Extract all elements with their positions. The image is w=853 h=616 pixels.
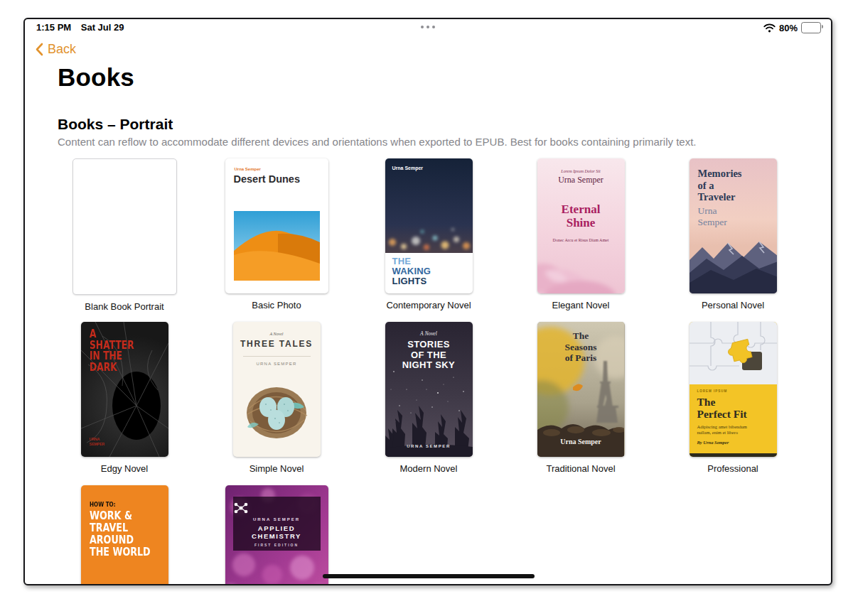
cover-title: Desert Dunes bbox=[234, 173, 300, 185]
cover-author: By Urna Semper bbox=[697, 440, 770, 445]
back-button[interactable]: Back bbox=[35, 42, 76, 57]
cover-author: URNA SEMPER bbox=[385, 444, 473, 448]
cover-footer-bar bbox=[690, 453, 777, 457]
section-title: Books – Portrait bbox=[58, 116, 173, 133]
template-modern-novel[interactable]: A Novel STORIES OF THE NIGHT SKY URNA SE… bbox=[353, 322, 505, 485]
template-simple-novel[interactable]: A Novel THREE TALES URNA SEMPER bbox=[200, 322, 353, 485]
template-label: Blank Book Portrait bbox=[85, 301, 163, 312]
cover-howto-book[interactable]: HOW TO: WORK & TRAVEL AROUND THE WORLD bbox=[81, 485, 168, 585]
cover-professional[interactable]: LOREM IPSUM The Perfect Fit Adipiscing a… bbox=[690, 322, 777, 457]
cover-title: The Perfect Fit bbox=[697, 396, 770, 420]
template-label: Traditional Novel bbox=[546, 463, 615, 474]
battery-icon bbox=[801, 22, 821, 33]
cover-title: Eternal Shine bbox=[537, 202, 625, 229]
cover-title: WORK & TRAVEL AROUND THE WORLD bbox=[90, 510, 151, 558]
cover-tagline: A Novel bbox=[385, 330, 473, 337]
cover-title: Memories of a Traveler bbox=[698, 168, 742, 203]
cover-author: Urna Semper bbox=[235, 167, 261, 171]
chevron-left-icon bbox=[35, 43, 43, 56]
cover-author: Urna Semper bbox=[537, 438, 625, 445]
desert-photo bbox=[234, 211, 320, 281]
template-label: Simple Novel bbox=[250, 463, 304, 474]
cover-title-prefix: HOW TO: bbox=[90, 501, 116, 508]
cover-title: THE WAKING LIGHTS bbox=[392, 256, 431, 286]
template-edgy-novel[interactable]: A SHATTER IN THE DARK URNA SEMPER Edgy N… bbox=[48, 322, 200, 485]
city-night-photo bbox=[385, 158, 473, 253]
ipad-screen: 1:15 PM Sat Jul 29 80% Back Books Books … bbox=[23, 18, 832, 585]
page-title: Books bbox=[58, 63, 134, 92]
cover-tagline: A Novel bbox=[233, 332, 321, 336]
cover-title: The Seasons of Paris bbox=[537, 330, 625, 364]
cover-modern-novel[interactable]: A Novel STORIES OF THE NIGHT SKY URNA SE… bbox=[385, 322, 473, 457]
cover-edgy-novel[interactable]: A SHATTER IN THE DARK URNA SEMPER bbox=[81, 322, 168, 457]
cover-traditional-novel[interactable]: The Seasons of Paris Urna Semper bbox=[537, 322, 625, 457]
cover-title: APPLIED CHEMISTRY bbox=[233, 524, 321, 540]
template-applied-chemistry[interactable]: URNA SEMPER APPLIED CHEMISTRY FIRST EDIT… bbox=[200, 485, 353, 585]
cover-personal-novel[interactable]: Memories of a Traveler Urna Semper bbox=[690, 158, 777, 293]
home-indicator[interactable] bbox=[323, 574, 535, 578]
cover-blank-book-portrait[interactable] bbox=[73, 158, 177, 295]
template-label: Contemporary Novel bbox=[386, 300, 471, 310]
cover-tagline: LOREM IPSUM bbox=[697, 389, 770, 393]
template-professional[interactable]: LOREM IPSUM The Perfect Fit Adipiscing a… bbox=[657, 322, 809, 485]
template-label: Elegant Novel bbox=[552, 300, 610, 310]
template-basic-photo[interactable]: Urna Semper Desert Dunes Basic Photo bbox=[200, 158, 353, 322]
cover-author: Urna Semper bbox=[537, 175, 625, 185]
cover-author: Urna Semper bbox=[698, 205, 727, 227]
multitasking-dots-icon[interactable] bbox=[421, 26, 435, 28]
template-grid[interactable]: Blank Book Portrait Urna Semper Desert D… bbox=[48, 158, 809, 585]
template-label: Professional bbox=[707, 463, 758, 474]
status-bar: 1:15 PM Sat Jul 29 80% bbox=[25, 19, 831, 36]
template-personal-novel[interactable]: Memories of a Traveler Urna Semper Perso… bbox=[657, 158, 809, 322]
template-traditional-novel[interactable]: The Seasons of Paris Urna Semper Traditi… bbox=[505, 322, 657, 485]
battery-percentage: 80% bbox=[779, 23, 798, 33]
clock: 1:15 PM bbox=[36, 22, 71, 33]
cover-title: THREE TALES bbox=[233, 339, 321, 349]
petal-art bbox=[537, 244, 625, 293]
title-panel: URNA SEMPER APPLIED CHEMISTRY FIRST EDIT… bbox=[233, 497, 321, 551]
puzzle-photo bbox=[690, 322, 777, 384]
back-label: Back bbox=[48, 42, 76, 57]
molecule-icon bbox=[233, 502, 249, 514]
status-date: Sat Jul 29 bbox=[81, 22, 124, 33]
cover-applied-chemistry[interactable]: URNA SEMPER APPLIED CHEMISTRY FIRST EDIT… bbox=[225, 485, 328, 585]
cover-basic-photo[interactable]: Urna Semper Desert Dunes bbox=[225, 158, 328, 293]
cover-author: URNA SEMPER bbox=[233, 517, 321, 522]
cover-title: STORIES OF THE NIGHT SKY bbox=[385, 340, 473, 371]
cover-subtitle: Adipiscing amet bibendum nullam, enim et… bbox=[697, 424, 758, 436]
cover-elegant-novel[interactable]: Lorem Ipsum Dolor Sit Urna Semper Eterna… bbox=[537, 158, 625, 293]
cover-edition: FIRST EDITION bbox=[233, 543, 321, 547]
template-blank-book-portrait[interactable]: Blank Book Portrait bbox=[48, 158, 200, 322]
template-label: Edgy Novel bbox=[101, 463, 148, 474]
template-contemporary-novel[interactable]: Urna Semper THE WAKING LIGHTS Contempora… bbox=[353, 158, 505, 322]
cover-author: Urna Semper bbox=[392, 166, 424, 171]
template-label: Modern Novel bbox=[400, 463, 458, 474]
cover-tagline: Lorem Ipsum Dolor Sit bbox=[537, 169, 625, 173]
wifi-icon bbox=[763, 23, 776, 33]
divider bbox=[243, 356, 311, 357]
cover-subtitle: Donec Arcu et Risus Diam Amet bbox=[537, 238, 625, 242]
cover-contemporary-novel[interactable]: Urna Semper THE WAKING LIGHTS bbox=[385, 158, 473, 293]
cover-author: URNA SEMPER bbox=[90, 437, 105, 447]
cover-title: A SHATTER IN THE DARK bbox=[90, 329, 134, 373]
cover-author: URNA SEMPER bbox=[233, 362, 321, 366]
template-label: Personal Novel bbox=[702, 300, 764, 310]
template-elegant-novel[interactable]: Lorem Ipsum Dolor Sit Urna Semper Eterna… bbox=[505, 158, 657, 322]
section-subtitle: Content can reflow to accommodate differ… bbox=[58, 136, 754, 148]
nest-photo bbox=[245, 377, 309, 445]
template-label: Basic Photo bbox=[252, 300, 301, 310]
template-howto-book[interactable]: HOW TO: WORK & TRAVEL AROUND THE WORLD bbox=[48, 485, 200, 585]
cover-simple-novel[interactable]: A Novel THREE TALES URNA SEMPER bbox=[233, 322, 321, 457]
mountain-art bbox=[690, 226, 777, 293]
